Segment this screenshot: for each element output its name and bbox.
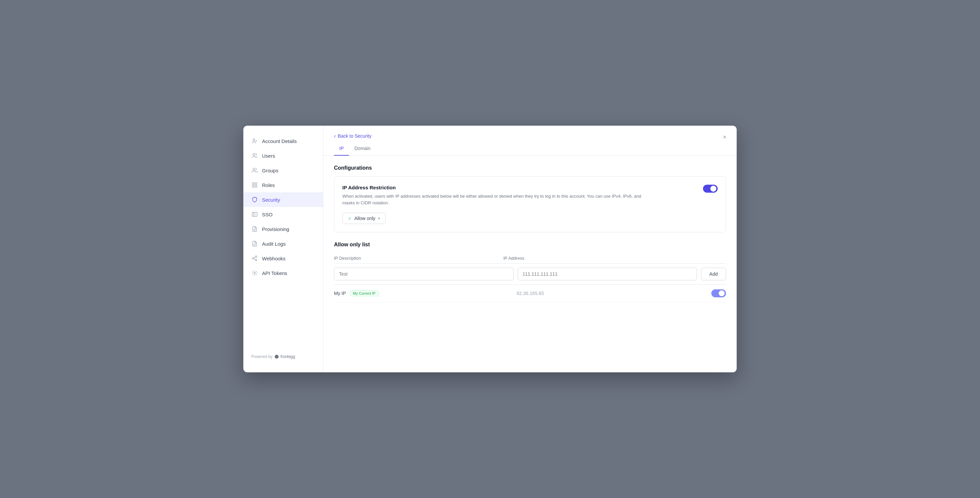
ip-address-input[interactable]: [518, 268, 697, 280]
frontegg-logo: frontegg: [274, 354, 295, 359]
mode-dropdown-label: Allow only: [354, 216, 375, 221]
webhooks-icon: [251, 255, 258, 262]
ip-description-cell: My IP My Current IP: [334, 290, 517, 296]
sidebar-item-api-tokens[interactable]: API Tokens: [243, 266, 323, 280]
svg-point-17: [254, 272, 256, 274]
col-header-description: IP Description: [334, 256, 503, 261]
sidebar-item-groups[interactable]: Groups: [243, 163, 323, 178]
sidebar-item-security[interactable]: Security: [243, 193, 323, 207]
add-ip-button[interactable]: Add: [701, 268, 726, 280]
svg-rect-4: [255, 183, 257, 185]
configurations-title: Configurations: [334, 165, 726, 171]
back-nav[interactable]: ‹ Back to Security: [323, 126, 737, 139]
back-nav-label: Back to Security: [338, 133, 371, 138]
svg-rect-6: [255, 186, 257, 187]
add-ip-row: Add: [334, 264, 726, 285]
list-table-header: IP Description IP Address: [334, 253, 726, 264]
sidebar-label-roles: Roles: [262, 182, 275, 188]
ip-row-toggle-slider: [711, 290, 726, 298]
tab-ip[interactable]: IP: [334, 142, 349, 156]
sidebar-footer: Powered by frontegg: [243, 349, 323, 364]
toggle-slider: [703, 185, 718, 193]
close-button[interactable]: ×: [719, 132, 730, 142]
config-card-header: IP Address Restriction When activated, u…: [342, 185, 718, 206]
table-row: My IP My Current IP 82.36.165.65: [334, 285, 726, 302]
check-icon: ✓: [348, 216, 352, 221]
ip-restriction-toggle[interactable]: [703, 185, 718, 193]
current-ip-badge: My Current IP: [349, 290, 379, 296]
ip-restriction-desc: When activated, users with IP addresses …: [342, 193, 642, 206]
sidebar-item-webhooks[interactable]: Webhooks: [243, 251, 323, 266]
mode-dropdown[interactable]: ✓ Allow only ▾: [342, 213, 386, 224]
sidebar-item-provisioning[interactable]: Provisioning: [243, 222, 323, 236]
svg-point-0: [253, 138, 255, 141]
col-header-address: IP Address: [503, 256, 673, 261]
ip-row-toggle-cell: [699, 290, 726, 298]
sidebar-item-account-details[interactable]: Account Details: [243, 134, 323, 148]
tabs: IP Domain: [323, 142, 737, 156]
svg-rect-5: [252, 186, 254, 187]
svg-line-16: [254, 257, 255, 258]
dropdown-caret-icon: ▾: [378, 216, 380, 221]
account-icon: [251, 138, 258, 144]
security-icon: [251, 196, 258, 203]
sidebar-item-audit-logs[interactable]: Audit Logs: [243, 236, 323, 251]
main-modal: × Account Details: [243, 126, 737, 372]
sidebar-label-api-tokens: API Tokens: [262, 270, 287, 276]
svg-point-14: [255, 259, 257, 261]
audit-icon: [251, 240, 258, 247]
ip-address-cell: 82.36.165.65: [517, 291, 699, 296]
sso-icon: [251, 211, 258, 218]
svg-point-1: [253, 153, 255, 155]
svg-rect-7: [252, 212, 257, 216]
description-input[interactable]: [334, 268, 514, 280]
sidebar-label-security: Security: [262, 197, 280, 203]
sidebar-item-users[interactable]: Users: [243, 148, 323, 163]
users-icon: [251, 152, 258, 159]
svg-point-2: [253, 168, 255, 170]
back-chevron-icon: ‹: [334, 133, 336, 139]
sidebar-label-users: Users: [262, 153, 275, 159]
sidebar-item-sso[interactable]: SSO: [243, 207, 323, 222]
config-card-actions: ✓ Allow only ▾: [342, 213, 718, 224]
sidebar: Account Details Users: [243, 126, 323, 372]
sidebar-label-groups: Groups: [262, 168, 278, 173]
allow-only-list-title: Allow only list: [334, 242, 726, 248]
sidebar-label-audit-logs: Audit Logs: [262, 241, 286, 247]
sidebar-label-provisioning: Provisioning: [262, 226, 290, 232]
tab-domain[interactable]: Domain: [349, 142, 375, 156]
sidebar-label-webhooks: Webhooks: [262, 256, 286, 261]
ip-restriction-card: IP Address Restriction When activated, u…: [334, 176, 726, 232]
svg-point-18: [275, 355, 279, 359]
sidebar-label-account: Account Details: [262, 138, 297, 144]
svg-line-15: [254, 259, 255, 260]
sidebar-item-roles[interactable]: Roles: [243, 178, 323, 193]
roles-icon: [251, 182, 258, 188]
svg-point-12: [255, 256, 257, 258]
ip-row-toggle[interactable]: [711, 290, 726, 298]
svg-point-13: [252, 258, 254, 259]
api-icon: [251, 270, 258, 276]
sidebar-label-sso: SSO: [262, 212, 273, 217]
groups-icon: [251, 167, 258, 173]
content-area: Configurations IP Address Restriction Wh…: [323, 156, 737, 372]
main-content: ‹ Back to Security IP Domain Configurati…: [323, 126, 737, 372]
provisioning-icon: [251, 226, 258, 232]
ip-restriction-title: IP Address Restriction: [342, 185, 642, 190]
ip-name-label: My IP: [334, 291, 346, 296]
svg-rect-3: [252, 183, 254, 185]
